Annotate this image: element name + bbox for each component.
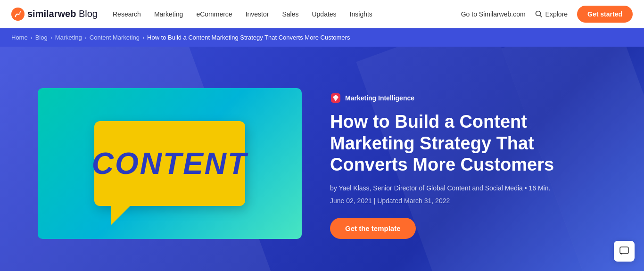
- chat-icon: [619, 246, 629, 256]
- category-label: Marketing Intelligence: [345, 94, 414, 102]
- speech-bubble-wrap: CONTENT: [94, 121, 245, 206]
- navbar: similarweb Blog Research Marketing eComm…: [0, 0, 644, 28]
- breadcrumb-blog[interactable]: Blog: [35, 34, 48, 41]
- goto-similarweb-link[interactable]: Go to Similarweb.com: [461, 10, 526, 18]
- category-badge: Marketing Intelligence: [330, 92, 606, 104]
- nav-right: Go to Similarweb.com Explore Get started: [461, 6, 633, 23]
- article-image: CONTENT: [38, 88, 302, 239]
- chat-widget[interactable]: [614, 241, 635, 262]
- content-word: CONTENT: [92, 146, 248, 181]
- svg-rect-6: [620, 247, 628, 254]
- article-meta: by Yael Klass, Senior Director of Global…: [330, 183, 606, 193]
- article-date: June 02, 2021 | Updated March 31, 2022: [330, 197, 606, 205]
- svg-line-2: [540, 15, 542, 17]
- hero-text-column: Marketing Intelligence How to Build a Co…: [330, 66, 606, 261]
- breadcrumb-sep-4: ›: [142, 34, 144, 41]
- hero-section: CONTENT Marketing Intelligence How to Bu…: [0, 47, 644, 271]
- nav-item-investor[interactable]: Investor: [246, 10, 269, 18]
- article-title: How to Build a Content Marketing Strateg…: [330, 111, 606, 176]
- breadcrumb-sep-1: ›: [31, 34, 33, 41]
- nav-links: Research Marketing eCommerce Investor Sa…: [113, 10, 461, 18]
- breadcrumb: Home › Blog › Marketing › Content Market…: [0, 28, 644, 47]
- breadcrumb-current: How to Build a Content Marketing Strateg…: [147, 34, 350, 41]
- breadcrumb-sep-2: ›: [50, 34, 52, 41]
- logo-icon: [11, 8, 25, 21]
- nav-item-research[interactable]: Research: [113, 10, 141, 18]
- explore-label: Explore: [545, 10, 568, 18]
- category-icon: [330, 92, 341, 104]
- breadcrumb-content-marketing[interactable]: Content Marketing: [90, 34, 140, 41]
- breadcrumb-sep-3: ›: [85, 34, 87, 41]
- hero-image-column: CONTENT: [38, 66, 302, 261]
- breadcrumb-marketing[interactable]: Marketing: [55, 34, 82, 41]
- breadcrumb-home[interactable]: Home: [11, 34, 28, 41]
- logo-text: similarweb Blog: [27, 8, 98, 19]
- speech-bubble: CONTENT: [94, 121, 245, 206]
- explore-button[interactable]: Explore: [535, 10, 568, 18]
- logo[interactable]: similarweb Blog: [11, 8, 98, 21]
- nav-item-insights[interactable]: Insights: [350, 10, 372, 18]
- nav-item-marketing[interactable]: Marketing: [154, 10, 183, 18]
- get-template-button[interactable]: Get the template: [330, 218, 416, 239]
- search-icon: [535, 10, 543, 18]
- nav-item-sales[interactable]: Sales: [282, 10, 298, 18]
- nav-item-ecommerce[interactable]: eCommerce: [196, 10, 232, 18]
- get-started-button[interactable]: Get started: [577, 6, 633, 23]
- nav-item-updates[interactable]: Updates: [312, 10, 336, 18]
